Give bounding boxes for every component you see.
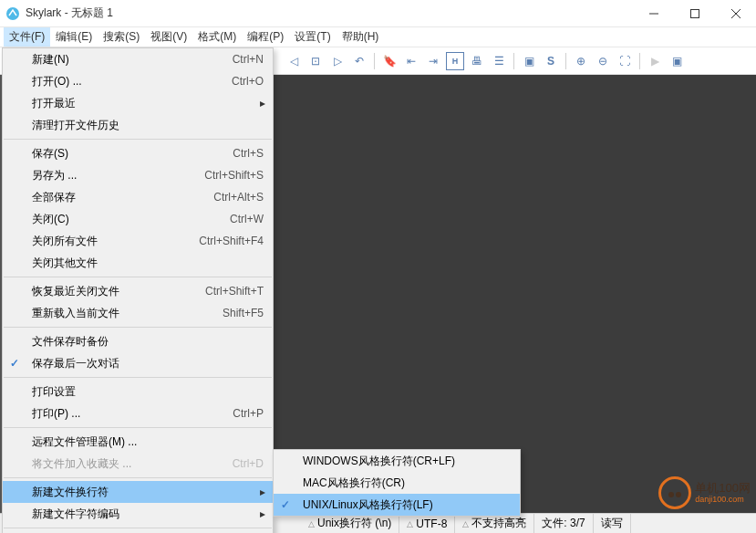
next-icon[interactable]: ⇥	[424, 52, 442, 70]
menu-item-5[interactable]: 保存(S)Ctrl+S	[3, 142, 273, 164]
menu-item-shortcut: Ctrl+Shift+F4	[199, 235, 264, 247]
menu-item-label: 打印(P) ...	[32, 406, 233, 422]
menubar: 文件(F) 编辑(E) 搜索(S) 视图(V) 格式(M) 编程(P) 设置(T…	[0, 27, 756, 47]
app-icon	[5, 6, 20, 21]
status-eol[interactable]: △Unix换行符 (\n)	[301, 514, 399, 533]
menu-separator	[4, 277, 272, 277]
menu-item-21[interactable]: 远程文件管理器(M) ...	[3, 431, 273, 453]
check-icon: ✓	[281, 498, 290, 511]
minimize-button[interactable]	[633, 0, 674, 27]
menu-programming[interactable]: 编程(P)	[242, 27, 289, 47]
menu-item-shortcut: Ctrl+D	[233, 457, 264, 470]
menu-item-label: 保存最后一次对话	[32, 356, 264, 371]
watermark-url: danji100.com	[695, 495, 751, 504]
menu-item-18[interactable]: 打印设置	[3, 381, 273, 402]
window-icon[interactable]: ▣	[520, 52, 538, 70]
menu-separator	[4, 377, 272, 378]
run-icon[interactable]: ▶	[646, 52, 664, 70]
menu-item-label: 保存(S)	[32, 146, 233, 162]
menu-item-label: 清理打开文件历史	[32, 118, 264, 133]
submenu-item-label: UNIX/Linux风格换行符(LF)	[303, 497, 433, 513]
watermark: 单机100网 danji100.com	[658, 476, 751, 509]
status-highlight[interactable]: △不支持高亮	[455, 514, 534, 533]
watermark-text: 单机100网	[695, 482, 751, 495]
menu-item-0[interactable]: 新建(N)Ctrl+N	[3, 48, 273, 70]
menu-item-label: 关闭所有文件	[32, 234, 199, 249]
menu-item-shortcut: Ctrl+Shift+S	[204, 169, 264, 182]
menu-item-shortcut: Shift+F5	[223, 307, 264, 319]
menu-item-24[interactable]: 新建文件换行符▸	[3, 481, 273, 503]
nav-stop-icon[interactable]: ⊡	[306, 52, 325, 70]
titlebar: Skylark - 无标题 1	[0, 0, 756, 27]
menu-item-label: 文件保存时备份	[32, 334, 264, 350]
window-title: Skylark - 无标题 1	[26, 5, 633, 21]
svg-rect-2	[690, 9, 699, 17]
menu-item-label: 将文件加入收藏夹 ...	[32, 456, 233, 472]
menu-item-shortcut: Ctrl+Alt+S	[213, 191, 264, 204]
menu-item-7[interactable]: 全部保存Ctrl+Alt+S	[3, 186, 273, 208]
bookmark-icon[interactable]: 🔖	[380, 52, 399, 70]
menu-item-15[interactable]: 文件保存时备份	[3, 330, 273, 352]
zoom-out-icon[interactable]: ⊖	[594, 52, 612, 70]
fullscreen-icon[interactable]: ⛶	[616, 52, 634, 70]
menu-separator	[4, 477, 272, 478]
terminal-icon[interactable]: ▣	[668, 52, 686, 70]
submenu-arrow-icon: ▸	[260, 486, 265, 498]
menu-item-12[interactable]: 恢复最近关闭文件Ctrl+Shift+T	[3, 280, 273, 302]
menu-format[interactable]: 格式(M)	[192, 27, 242, 47]
menu-item-label: 新建文件换行符	[32, 485, 264, 500]
zoom-in-icon[interactable]: ⊕	[572, 52, 590, 70]
menu-item-shortcut: Ctrl+N	[233, 53, 264, 66]
print-icon[interactable]: 🖶	[468, 52, 486, 70]
toolbar-separator	[513, 53, 514, 69]
menu-item-6[interactable]: 另存为 ...Ctrl+Shift+S	[3, 164, 273, 186]
toolbar-separator	[374, 53, 375, 69]
menu-item-label: 恢复最近关闭文件	[32, 284, 205, 299]
submenu-item-1[interactable]: MAC风格换行符(CR)	[274, 472, 520, 494]
menu-settings[interactable]: 设置(T)	[289, 27, 336, 47]
status-mode: 读写	[594, 514, 631, 533]
menu-item-19[interactable]: 打印(P) ...Ctrl+P	[3, 402, 273, 424]
tree-icon[interactable]: ☰	[490, 52, 508, 70]
menu-item-label: 另存为 ...	[32, 168, 204, 183]
check-icon: ✓	[10, 357, 19, 370]
submenu-item-2[interactable]: ✓UNIX/Linux风格换行符(LF)	[274, 494, 520, 516]
status-fileinfo: 文件: 3/7	[534, 514, 593, 533]
nav-right-icon[interactable]: ▷	[328, 52, 347, 70]
toolbar-separator	[565, 53, 566, 69]
menu-item-10[interactable]: 关闭其他文件	[3, 252, 273, 274]
undo-icon[interactable]: ↶	[350, 52, 368, 70]
menu-item-label: 打印设置	[32, 384, 264, 400]
maximize-button[interactable]	[674, 0, 715, 27]
menu-item-9[interactable]: 关闭所有文件Ctrl+Shift+F4	[3, 230, 273, 252]
submenu-item-label: MAC风格换行符(CR)	[303, 476, 405, 491]
menu-file[interactable]: 文件(F)	[4, 27, 50, 47]
menu-item-shortcut: Ctrl+S	[233, 147, 264, 160]
menu-item-label: 关闭(C)	[32, 212, 230, 227]
snippet-icon[interactable]: S	[542, 52, 560, 70]
menu-edit[interactable]: 编辑(E)	[50, 27, 98, 47]
menu-item-shortcut: Ctrl+W	[230, 213, 264, 225]
menu-item-25[interactable]: 新建文件字符编码▸	[3, 503, 273, 525]
hex-icon[interactable]: H	[446, 52, 464, 70]
menu-item-16[interactable]: ✓保存最后一次对话	[3, 352, 273, 374]
menu-item-label: 重新载入当前文件	[32, 306, 223, 321]
menu-item-3[interactable]: 清理打开文件历史	[3, 114, 273, 136]
menu-item-2[interactable]: 打开最近▸	[3, 92, 273, 114]
menu-help[interactable]: 帮助(H)	[337, 27, 385, 47]
prev-icon[interactable]: ⇤	[402, 52, 420, 70]
menu-search[interactable]: 搜索(S)	[98, 27, 145, 47]
watermark-logo-icon	[658, 476, 691, 509]
menu-separator	[4, 327, 272, 328]
eol-submenu: WINDOWS风格换行符(CR+LF)MAC风格换行符(CR)✓UNIX/Lin…	[273, 449, 521, 517]
nav-left-icon[interactable]: ◁	[285, 52, 303, 70]
window-controls	[633, 0, 756, 27]
close-button[interactable]	[715, 0, 756, 27]
status-encoding[interactable]: △UTF-8	[399, 514, 455, 533]
submenu-item-0[interactable]: WINDOWS风格换行符(CR+LF)	[274, 450, 520, 472]
menu-item-13[interactable]: 重新载入当前文件Shift+F5	[3, 302, 273, 324]
menu-item-label: 全部保存	[32, 190, 213, 205]
menu-item-1[interactable]: 打开(O) ...Ctrl+O	[3, 70, 273, 92]
menu-item-8[interactable]: 关闭(C)Ctrl+W	[3, 208, 273, 230]
menu-view[interactable]: 视图(V)	[145, 27, 192, 47]
